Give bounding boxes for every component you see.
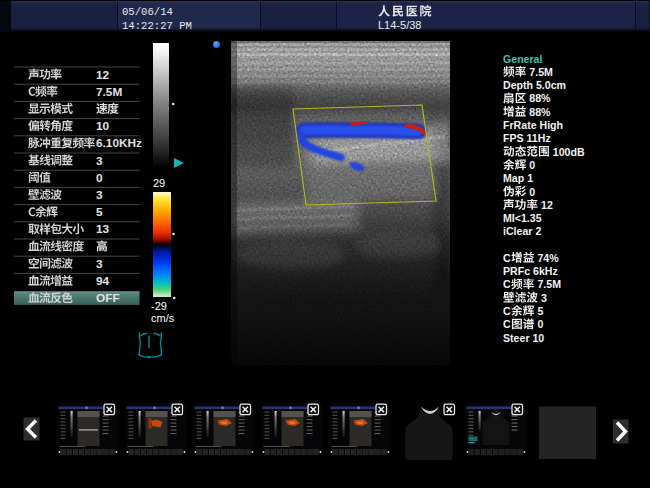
svg-text:88%: 88%	[526, 106, 551, 118]
svg-text:5: 5	[535, 305, 544, 317]
svg-text:6.10KHz: 6.10KHz	[96, 136, 142, 150]
svg-text:C: C	[503, 305, 511, 317]
svg-text:94: 94	[96, 274, 110, 288]
svg-text:12: 12	[538, 199, 553, 211]
svg-text:7.5M: 7.5M	[535, 278, 562, 290]
svg-text:3: 3	[96, 188, 103, 202]
svg-text:0: 0	[535, 318, 544, 330]
svg-text:7.5M: 7.5M	[526, 66, 553, 78]
svg-text:OFF: OFF	[96, 291, 120, 305]
svg-text:L14-5/38: L14-5/38	[378, 19, 421, 31]
svg-text:General: General	[503, 53, 543, 65]
svg-text:PRFc 6kHz: PRFc 6kHz	[503, 265, 558, 277]
svg-text:88%: 88%	[526, 92, 551, 104]
svg-text:Steer 10: Steer 10	[503, 332, 544, 344]
svg-text:05/06/14: 05/06/14	[122, 6, 173, 18]
svg-text:74%: 74%	[535, 252, 560, 264]
svg-text:FPS 11Hz: FPS 11Hz	[503, 132, 551, 144]
svg-text:0: 0	[526, 159, 535, 171]
svg-text:Depth 5.0cm: Depth 5.0cm	[503, 79, 566, 91]
svg-text:C: C	[503, 318, 511, 330]
svg-text:C: C	[503, 278, 511, 290]
svg-text:14:22:27 PM: 14:22:27 PM	[122, 20, 192, 32]
svg-text:0: 0	[526, 186, 535, 198]
svg-text:3: 3	[96, 257, 103, 271]
svg-text:10: 10	[96, 119, 110, 133]
svg-text:100dB: 100dB	[550, 146, 585, 158]
svg-text:3: 3	[538, 292, 547, 304]
svg-text:3: 3	[96, 154, 103, 168]
svg-text:iClear 2: iClear 2	[503, 225, 541, 237]
svg-text:MI<1.35: MI<1.35	[503, 212, 542, 224]
svg-text:FrRate High: FrRate High	[503, 119, 563, 131]
svg-text:7.5M: 7.5M	[96, 85, 122, 99]
svg-text:Map 1: Map 1	[503, 172, 533, 184]
svg-text:5: 5	[96, 205, 103, 219]
svg-text:12: 12	[96, 68, 110, 82]
svg-text:C: C	[503, 252, 511, 264]
svg-text:0: 0	[96, 171, 103, 185]
svg-text:13: 13	[96, 222, 110, 236]
